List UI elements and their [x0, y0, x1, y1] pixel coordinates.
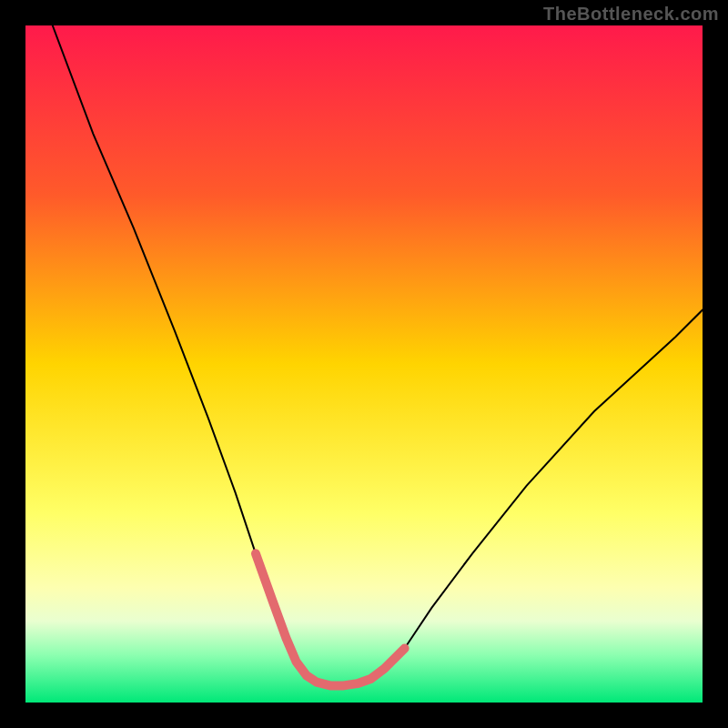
- chart-frame: TheBottleneck.com: [0, 0, 728, 728]
- watermark-label: TheBottleneck.com: [543, 4, 719, 25]
- bottleneck-chart: [25, 25, 703, 703]
- plot-background: [25, 25, 703, 703]
